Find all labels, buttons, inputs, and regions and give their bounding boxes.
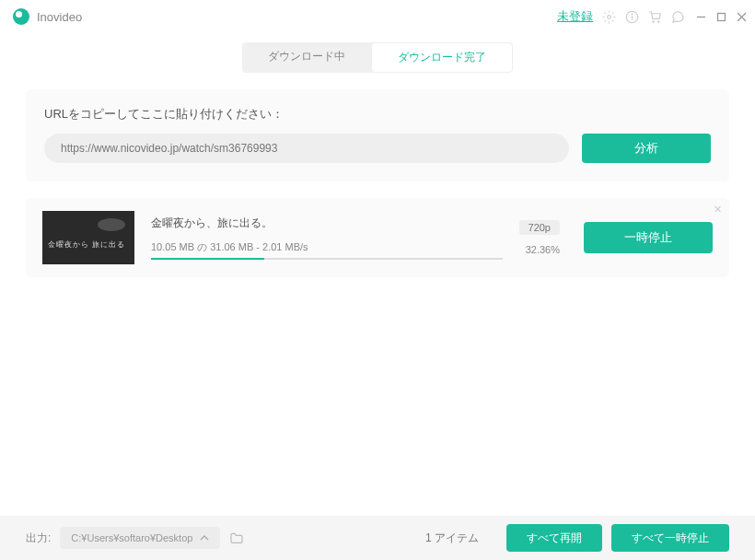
svg-point-0 (608, 15, 611, 18)
progress-percent: 32.36% (526, 244, 560, 255)
chat-icon[interactable] (671, 10, 685, 24)
pause-all-button[interactable]: すべて一時停止 (611, 524, 729, 552)
tab-completed[interactable]: ダウンロード完了 (371, 42, 513, 73)
title-icons (602, 10, 685, 24)
thumbnail: 金曜夜から 旅に出る (42, 211, 134, 264)
quality-badge: 720p (519, 220, 560, 235)
window-controls (694, 10, 748, 23)
analyze-button[interactable]: 分析 (582, 134, 711, 163)
footer: 出力: C:¥Users¥softaro¥Desktop 1 アイテム すべて再… (0, 516, 755, 560)
svg-rect-7 (717, 13, 725, 20)
svg-point-3 (632, 14, 633, 15)
item-stats: 10.05 MB の 31.06 MB - 2.01 MB/s (151, 240, 503, 254)
svg-point-5 (658, 20, 659, 21)
url-label: URLをコピーしてここに貼り付けください： (44, 106, 711, 122)
url-panel: URLをコピーしてここに貼り付けください： 分析 (26, 89, 729, 181)
output-path-text: C:¥Users¥softaro¥Desktop (71, 532, 192, 543)
pause-button[interactable]: 一時停止 (584, 222, 713, 253)
progress-fill (151, 258, 264, 260)
tabs: ダウンロード中 ダウンロード完了 (0, 42, 755, 73)
item-title: 金曜夜から、旅に出る。 (151, 216, 503, 231)
app-name: Inovideo (37, 10, 82, 24)
chevron-up-icon[interactable] (200, 535, 209, 541)
app-logo (13, 8, 29, 25)
folder-icon[interactable] (229, 531, 244, 544)
info-icon[interactable] (625, 10, 639, 24)
gear-icon[interactable] (602, 10, 616, 24)
item-info: 金曜夜から、旅に出る。 10.05 MB の 31.06 MB - 2.01 M… (151, 216, 503, 260)
svg-point-4 (653, 20, 654, 21)
close-icon[interactable]: ✕ (714, 204, 722, 216)
progress-bar (151, 258, 503, 260)
titlebar: Inovideo 未登録 (0, 0, 755, 33)
close-button[interactable] (735, 10, 748, 23)
url-input[interactable] (44, 134, 569, 163)
tab-downloading[interactable]: ダウンロード中 (242, 42, 371, 73)
item-count: 1 アイテム (425, 531, 479, 546)
register-link[interactable]: 未登録 (557, 8, 593, 25)
minimize-button[interactable] (694, 10, 707, 23)
output-path[interactable]: C:¥Users¥softaro¥Desktop (60, 527, 220, 549)
output-label: 出力: (26, 531, 51, 546)
cart-icon[interactable] (648, 10, 662, 24)
resume-all-button[interactable]: すべて再開 (506, 524, 602, 552)
maximize-button[interactable] (714, 10, 727, 23)
download-item: ✕ 金曜夜から 旅に出る 金曜夜から、旅に出る。 10.05 MB の 31.0… (26, 198, 729, 277)
